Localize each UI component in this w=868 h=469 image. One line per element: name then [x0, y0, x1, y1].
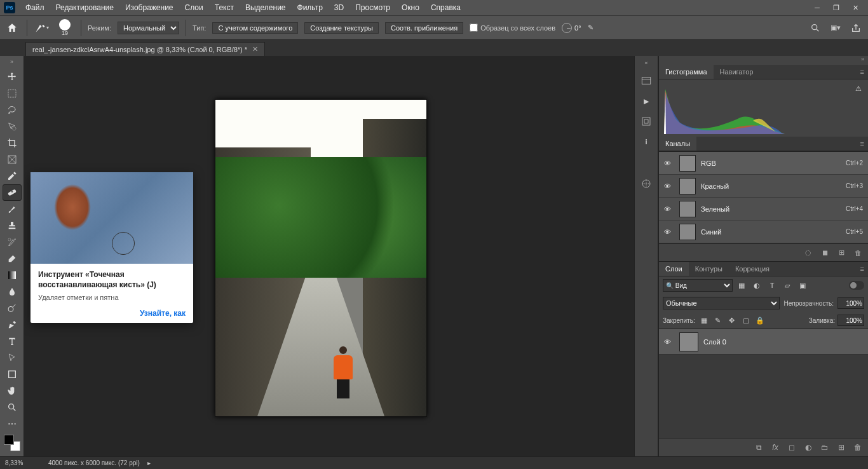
- delete-channel-icon[interactable]: 🗑: [853, 249, 863, 257]
- channel-row-red[interactable]: 👁КрасныйCtrl+3: [659, 175, 868, 198]
- layer-mask-icon[interactable]: ◻: [787, 443, 797, 452]
- actions-panel-icon[interactable]: ▶: [638, 93, 654, 109]
- link-layers-icon[interactable]: ⧉: [754, 443, 764, 452]
- home-icon[interactable]: [4, 20, 20, 36]
- menu-window[interactable]: Окно: [397, 2, 424, 13]
- visibility-icon[interactable]: 👁: [664, 160, 674, 167]
- type-proximity-button[interactable]: Соотв. приближения: [385, 22, 463, 34]
- adjustment-layer-icon[interactable]: ◐: [803, 443, 813, 452]
- new-channel-icon[interactable]: ⊞: [836, 248, 846, 257]
- adjustments-panel-icon[interactable]: [638, 175, 654, 192]
- zoom-level[interactable]: 8,33%: [5, 459, 41, 466]
- brush-size-picker[interactable]: 19: [55, 19, 74, 36]
- layer-fx-icon[interactable]: fx: [770, 443, 780, 452]
- menu-help[interactable]: Справка: [426, 2, 466, 13]
- tab-layers[interactable]: Слои: [659, 262, 689, 276]
- stamp-tool[interactable]: [3, 217, 22, 234]
- filter-shape-icon[interactable]: ▱: [781, 280, 794, 291]
- eraser-tool[interactable]: [3, 250, 22, 267]
- share-icon[interactable]: [850, 22, 862, 34]
- tab-channels[interactable]: Каналы: [659, 137, 696, 151]
- menu-3d[interactable]: 3D: [329, 2, 349, 13]
- panel-menu-icon[interactable]: ≡: [857, 65, 868, 78]
- menu-select[interactable]: Выделение: [240, 2, 291, 13]
- fill-input[interactable]: [837, 315, 864, 326]
- lock-all-icon[interactable]: 🔒: [755, 316, 765, 325]
- document-canvas[interactable]: [215, 99, 427, 417]
- opacity-input[interactable]: [837, 297, 864, 309]
- dodge-tool[interactable]: [3, 300, 22, 316]
- blur-tool[interactable]: [3, 283, 22, 300]
- search-icon[interactable]: [810, 22, 821, 34]
- quick-select-tool[interactable]: [3, 118, 22, 135]
- minimize-icon[interactable]: ─: [808, 1, 826, 14]
- menu-edit[interactable]: Редактирование: [51, 2, 119, 13]
- menu-view[interactable]: Просмотр: [350, 2, 395, 13]
- menu-text[interactable]: Текст: [210, 2, 239, 13]
- eyedropper-tool[interactable]: [3, 168, 22, 184]
- brush-tool[interactable]: [3, 201, 22, 217]
- info-panel-icon[interactable]: i: [638, 133, 654, 150]
- color-panel-icon[interactable]: [638, 72, 654, 89]
- marquee-tool[interactable]: [3, 85, 22, 102]
- close-tab-icon[interactable]: ✕: [252, 45, 258, 53]
- shape-tool[interactable]: [3, 366, 22, 383]
- new-layer-icon[interactable]: ⊞: [836, 443, 846, 452]
- sample-all-layers-check[interactable]: Образец со всех слоев: [470, 24, 555, 32]
- layer-name[interactable]: Слой 0: [703, 338, 726, 346]
- type-content-aware-button[interactable]: С учетом содержимого: [212, 22, 298, 34]
- panels-collapse-icon[interactable]: »: [659, 56, 868, 65]
- filter-adjust-icon[interactable]: ◐: [750, 280, 763, 291]
- pressure-icon[interactable]: ✎: [588, 24, 593, 32]
- tool-preset-icon[interactable]: ▾: [34, 22, 49, 34]
- lock-transparent-icon[interactable]: ▦: [699, 316, 709, 325]
- layer-thumbnail[interactable]: [679, 332, 698, 351]
- tooltip-learn-link[interactable]: Узнайте, как: [38, 309, 186, 318]
- menu-layers[interactable]: Слои: [180, 2, 208, 13]
- app-logo[interactable]: Ps: [4, 2, 15, 13]
- history-brush-tool[interactable]: [3, 234, 22, 250]
- visibility-icon[interactable]: 👁: [664, 228, 674, 236]
- lasso-tool[interactable]: [3, 102, 22, 118]
- blend-mode-select[interactable]: Нормальный: [118, 22, 179, 34]
- layer-blend-select[interactable]: Обычные: [663, 297, 780, 309]
- path-select-tool[interactable]: [3, 350, 22, 366]
- visibility-icon[interactable]: 👁: [664, 338, 674, 346]
- layer-filter-kind-select[interactable]: 🔍 Вид: [663, 279, 733, 292]
- lock-position-icon[interactable]: ✥: [727, 316, 737, 325]
- color-swatches[interactable]: [4, 435, 20, 451]
- histogram-warn-icon[interactable]: ⚠: [855, 85, 862, 93]
- layer-item[interactable]: 👁 Слой 0: [659, 329, 868, 355]
- visibility-icon[interactable]: 👁: [664, 182, 674, 190]
- crop-tool[interactable]: [3, 135, 22, 151]
- tab-adjustments[interactable]: Коррекция: [729, 262, 776, 276]
- lock-pixels-icon[interactable]: ✎: [713, 316, 723, 325]
- workspace-icon[interactable]: ▣▾: [830, 22, 841, 34]
- channels-menu-icon[interactable]: ≡: [857, 137, 868, 150]
- move-tool[interactable]: [3, 69, 22, 85]
- layer-group-icon[interactable]: 🗀: [820, 443, 830, 452]
- visibility-icon[interactable]: 👁: [664, 205, 674, 213]
- tab-navigator[interactable]: Навигатор: [714, 65, 760, 79]
- channel-row-blue[interactable]: 👁СинийCtrl+5: [659, 221, 868, 243]
- pen-tool[interactable]: [3, 316, 22, 333]
- type-tool[interactable]: [3, 333, 22, 350]
- tab-paths[interactable]: Контуры: [689, 262, 729, 276]
- channel-row-green[interactable]: 👁ЗеленыйCtrl+4: [659, 198, 868, 221]
- filter-toggle[interactable]: [849, 281, 864, 290]
- filter-pixel-icon[interactable]: ▦: [735, 280, 748, 291]
- hand-tool[interactable]: [3, 383, 22, 399]
- document-info[interactable]: 4000 пикс. x 6000 пикс. (72 ppi): [48, 459, 140, 466]
- layers-menu-icon[interactable]: ≡: [857, 262, 868, 275]
- zoom-tool[interactable]: [3, 399, 22, 416]
- edit-toolbar-icon[interactable]: ⋯: [3, 416, 22, 432]
- document-tab[interactable]: real_-jansen-zdkclAsrwA4-unsplash.jpg @ …: [25, 42, 265, 56]
- frame-tool[interactable]: [3, 151, 22, 168]
- collapsed-expand-icon[interactable]: «: [644, 60, 648, 69]
- spot-heal-tool[interactable]: [3, 184, 22, 201]
- toolbar-expand-icon[interactable]: »: [3, 58, 22, 67]
- docinfo-chevron-icon[interactable]: ▸: [147, 459, 151, 466]
- filter-type-icon[interactable]: T: [766, 280, 778, 291]
- type-create-texture-button[interactable]: Создание текстуры: [304, 22, 379, 34]
- close-icon[interactable]: ✕: [846, 1, 864, 14]
